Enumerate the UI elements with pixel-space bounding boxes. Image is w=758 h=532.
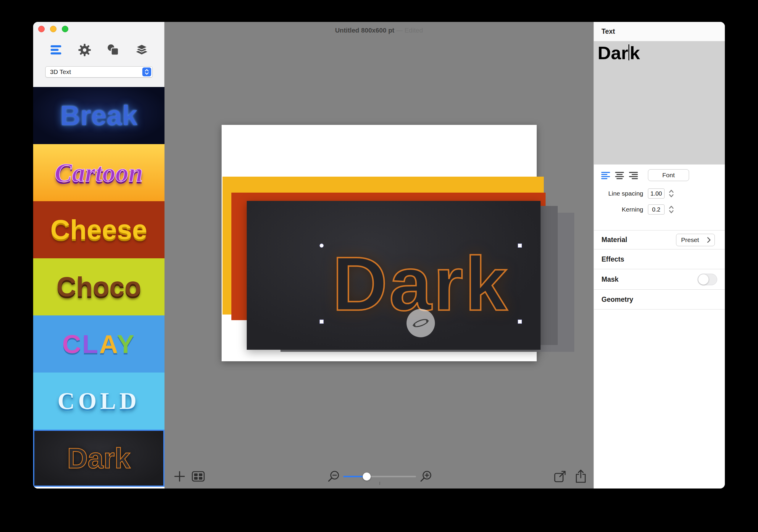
text-edit-value: Dark — [598, 43, 640, 63]
sidebar: 3D Text Break Cartoon Cheese Choco — [33, 22, 164, 488]
geometry-section[interactable]: Geometry — [594, 289, 725, 309]
line-spacing-stepper[interactable] — [668, 189, 674, 198]
gear-icon — [78, 43, 91, 57]
presets-tab-icon[interactable] — [49, 43, 63, 57]
preset-label: Dark — [67, 442, 130, 475]
font-button[interactable]: Font — [648, 169, 689, 181]
list-icon — [50, 44, 62, 56]
mask-toggle-knob — [698, 274, 708, 285]
line-spacing-row: Line spacing 1.00 — [594, 188, 725, 199]
zoom-slider-track[interactable] — [343, 476, 416, 477]
effects-label: Effects — [594, 255, 624, 263]
edited-badge: — Edited — [396, 27, 423, 34]
window-controls — [38, 26, 68, 32]
stepper-icon — [668, 189, 674, 198]
document-title: Untitled 800x600 pt — Edited — [164, 27, 594, 34]
selection-handle[interactable] — [518, 320, 522, 324]
preset-label: COLD — [57, 388, 140, 414]
align-right-icon — [628, 171, 638, 180]
mask-section[interactable]: Mask — [594, 269, 725, 289]
line-spacing-label: Line spacing — [594, 190, 643, 197]
inspector-header: Text — [594, 22, 725, 41]
preset-label: Cartoon — [55, 158, 143, 188]
preset-cheese[interactable]: Cheese — [33, 201, 164, 258]
zoom-out-button[interactable] — [326, 469, 341, 483]
layer-dark[interactable]: Dark — [247, 201, 540, 350]
preset-cold[interactable]: COLD — [33, 372, 164, 430]
mask-toggle[interactable] — [698, 274, 717, 285]
canvas-workspace[interactable]: Untitled 800x600 pt — Edited Dark — [164, 22, 594, 488]
kerning-input[interactable]: 0.2 — [648, 204, 665, 215]
preset-label: Cheese — [50, 214, 147, 245]
selection-handle[interactable] — [320, 243, 324, 248]
document-name: Untitled 800x600 pt — [335, 27, 395, 34]
preset-cartoon[interactable]: Cartoon — [33, 144, 164, 201]
shapes-tab-icon[interactable] — [106, 43, 121, 57]
preset-dark-selected[interactable]: Dark — [33, 430, 164, 487]
align-right-button[interactable] — [628, 171, 638, 181]
rotate-3d-control[interactable] — [406, 309, 435, 337]
effects-section[interactable]: Effects — [594, 249, 725, 269]
kerning-stepper[interactable] — [668, 205, 674, 214]
kerning-row: Kerning 0.2 — [594, 204, 725, 215]
align-left-button[interactable] — [601, 171, 611, 181]
material-preset-button[interactable]: Preset — [676, 234, 715, 246]
inspector-section-title: Text — [602, 27, 615, 36]
align-left-icon — [601, 171, 611, 180]
material-label: Material — [594, 236, 627, 244]
zoom-default-tick — [379, 482, 380, 485]
preset-choco[interactable]: Choco — [33, 258, 164, 315]
app-window: 3D Text Break Cartoon Cheese Choco — [33, 22, 725, 488]
templates-gallery-button[interactable] — [190, 469, 206, 483]
material-section[interactable]: Material Preset — [594, 230, 725, 249]
gallery-grid-icon — [191, 470, 206, 483]
stepper-icon — [668, 205, 674, 214]
minimize-button[interactable] — [50, 26, 56, 32]
share-icon — [574, 469, 587, 484]
sidebar-tabs — [33, 43, 164, 57]
settings-tab-icon[interactable] — [77, 43, 92, 57]
zoom-in-button[interactable] — [418, 469, 434, 483]
layers-tab-icon[interactable] — [134, 43, 149, 57]
font-button-label: Font — [662, 172, 674, 179]
inspector-panel: Text Dark — [594, 22, 725, 488]
chevron-right-icon — [707, 237, 711, 243]
shapes-icon — [106, 43, 120, 57]
zoom-slider-thumb[interactable] — [363, 473, 371, 480]
zoom-slider[interactable] — [343, 472, 416, 481]
text-edit-field[interactable]: Dark — [594, 41, 725, 164]
align-center-icon — [614, 171, 625, 180]
category-dropdown[interactable]: 3D Text — [45, 66, 153, 78]
rotate-3d-icon — [409, 311, 432, 335]
layers-icon — [135, 43, 149, 57]
text-cursor — [628, 44, 629, 60]
selection-handle[interactable] — [320, 320, 324, 324]
align-center-button[interactable] — [614, 171, 625, 181]
mask-label: Mask — [594, 275, 619, 283]
selection-handle[interactable] — [518, 243, 522, 248]
geometry-label: Geometry — [594, 296, 633, 303]
preset-list: Break Cartoon Cheese Choco CLAY COLD Dar… — [33, 87, 164, 488]
share-button[interactable] — [573, 469, 588, 483]
plus-icon — [173, 470, 186, 483]
canvas-size-button[interactable] — [552, 469, 568, 483]
add-button[interactable] — [172, 469, 187, 483]
material-preset-label: Preset — [681, 236, 699, 243]
alignment-controls: Font — [594, 169, 725, 182]
kerning-label: Kerning — [594, 206, 643, 213]
preset-label: Choco — [56, 271, 141, 302]
zoom-in-icon — [419, 470, 433, 483]
close-button[interactable] — [38, 26, 45, 32]
canvas-text[interactable]: Dark — [332, 250, 509, 318]
category-dropdown-value: 3D Text — [46, 68, 142, 75]
fullscreen-button[interactable] — [62, 26, 68, 32]
line-spacing-input[interactable]: 1.00 — [648, 189, 665, 198]
preset-break[interactable]: Break — [33, 87, 164, 144]
preset-label: CLAY — [62, 329, 135, 359]
text-selection-box[interactable]: Dark — [322, 246, 520, 322]
zoom-out-icon — [327, 470, 340, 483]
resize-icon — [553, 470, 567, 483]
dropdown-stepper-icon — [142, 67, 151, 76]
preset-clay[interactable]: CLAY — [33, 315, 164, 372]
preset-label: Break — [60, 100, 137, 132]
